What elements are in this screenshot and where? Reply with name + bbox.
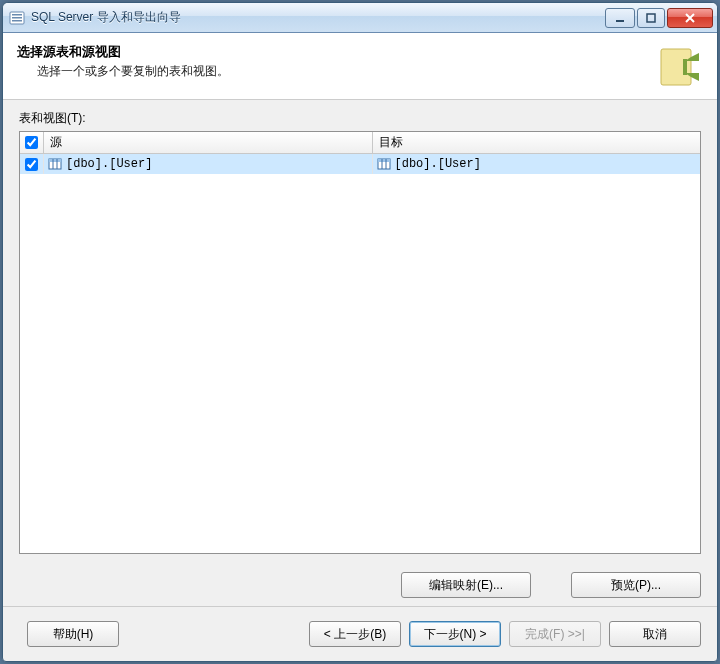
grid-body: [dbo].[User] [dbo].[User] (20, 154, 700, 553)
edit-mapping-button[interactable]: 编辑映射(E)... (401, 572, 531, 598)
maximize-button[interactable] (637, 8, 665, 28)
window-controls (605, 8, 713, 28)
row-target-cell[interactable]: [dbo].[User] (373, 154, 701, 174)
column-header-target[interactable]: 目标 (373, 132, 701, 153)
page-subtitle: 选择一个或多个要复制的表和视图。 (17, 63, 645, 80)
svg-rect-1 (12, 14, 22, 16)
wizard-footer: 帮助(H) < 上一步(B) 下一步(N) > 完成(F) >>| 取消 (3, 606, 717, 661)
tables-label: 表和视图(T): (19, 110, 701, 127)
table-row[interactable]: [dbo].[User] [dbo].[User] (20, 154, 700, 174)
finish-button[interactable]: 完成(F) >>| (509, 621, 601, 647)
grid-header: 源 目标 (20, 132, 700, 154)
mapping-buttons-row: 编辑映射(E)... 预览(P)... (3, 560, 717, 606)
table-icon (377, 157, 391, 171)
window-title: SQL Server 导入和导出向导 (31, 9, 605, 26)
svg-rect-9 (49, 159, 61, 162)
app-icon (9, 10, 25, 26)
row-source-text: [dbo].[User] (66, 157, 152, 171)
wizard-window: SQL Server 导入和导出向导 选择源表和源视图 选择一个或多个要复制的表… (2, 2, 718, 662)
close-button[interactable] (667, 8, 713, 28)
svg-rect-13 (378, 159, 390, 162)
row-checkbox-cell[interactable] (20, 154, 44, 174)
wizard-header-icon (655, 43, 703, 91)
cancel-button[interactable]: 取消 (609, 621, 701, 647)
row-target-text: [dbo].[User] (395, 157, 481, 171)
tables-grid[interactable]: 源 目标 [dbo].[User] (19, 131, 701, 554)
header-checkbox-cell[interactable] (20, 132, 44, 153)
minimize-button[interactable] (605, 8, 635, 28)
wizard-header: 选择源表和源视图 选择一个或多个要复制的表和视图。 (3, 33, 717, 100)
select-all-checkbox[interactable] (25, 136, 38, 149)
content-area: 表和视图(T): 源 目标 [dbo]. (3, 100, 717, 560)
back-button[interactable]: < 上一步(B) (309, 621, 401, 647)
title-bar[interactable]: SQL Server 导入和导出向导 (3, 3, 717, 33)
next-button[interactable]: 下一步(N) > (409, 621, 501, 647)
svg-rect-2 (12, 17, 22, 19)
help-button[interactable]: 帮助(H) (27, 621, 119, 647)
svg-rect-4 (616, 20, 624, 22)
svg-rect-5 (647, 14, 655, 22)
svg-rect-3 (12, 20, 22, 22)
table-icon (48, 157, 62, 171)
column-header-source[interactable]: 源 (44, 132, 373, 153)
page-title: 选择源表和源视图 (17, 43, 645, 61)
svg-rect-7 (683, 59, 687, 75)
row-source-cell[interactable]: [dbo].[User] (44, 154, 373, 174)
row-checkbox[interactable] (25, 158, 38, 171)
preview-button[interactable]: 预览(P)... (571, 572, 701, 598)
